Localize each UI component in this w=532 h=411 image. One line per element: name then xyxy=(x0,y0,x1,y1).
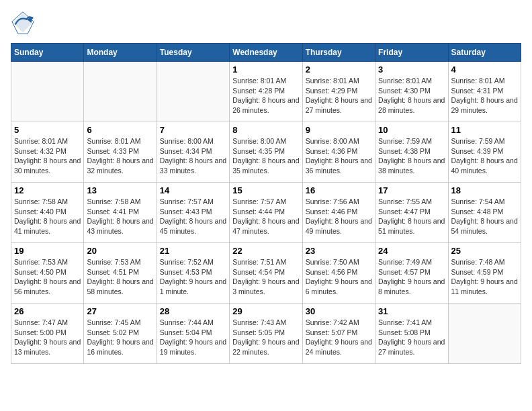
day-number: 16 xyxy=(306,185,372,195)
calendar-cell: 30Sunrise: 7:42 AM Sunset: 5:07 PM Dayli… xyxy=(302,304,375,364)
day-content: Sunrise: 7:56 AM Sunset: 4:46 PM Dayligh… xyxy=(306,197,372,236)
weekday-header-tuesday: Tuesday xyxy=(157,44,229,62)
day-number: 22 xyxy=(232,246,299,256)
day-content: Sunrise: 7:52 AM Sunset: 4:53 PM Dayligh… xyxy=(160,257,226,297)
weekday-header-monday: Monday xyxy=(84,44,157,62)
day-number: 17 xyxy=(378,185,445,195)
calendar-cell: 12Sunrise: 7:58 AM Sunset: 4:40 PM Dayli… xyxy=(11,183,84,243)
weekday-header-sunday: Sunday xyxy=(11,44,84,62)
weekday-header-thursday: Thursday xyxy=(302,44,375,62)
weekday-header-wednesday: Wednesday xyxy=(230,44,302,62)
calendar-week-4: 19Sunrise: 7:53 AM Sunset: 4:50 PM Dayli… xyxy=(11,243,521,304)
calendar-week-3: 12Sunrise: 7:58 AM Sunset: 4:40 PM Dayli… xyxy=(11,183,521,243)
day-number: 21 xyxy=(160,246,226,256)
day-content: Sunrise: 7:44 AM Sunset: 5:04 PM Dayligh… xyxy=(160,318,226,357)
day-number: 2 xyxy=(306,64,372,75)
day-content: Sunrise: 7:42 AM Sunset: 5:07 PM Dayligh… xyxy=(306,318,372,357)
calendar-cell: 26Sunrise: 7:47 AM Sunset: 5:00 PM Dayli… xyxy=(11,304,84,364)
calendar-cell: 7Sunrise: 8:00 AM Sunset: 4:34 PM Daylig… xyxy=(157,122,229,183)
day-number: 11 xyxy=(451,125,518,135)
day-content: Sunrise: 7:59 AM Sunset: 4:39 PM Dayligh… xyxy=(451,136,518,176)
calendar-cell: 14Sunrise: 7:57 AM Sunset: 4:43 PM Dayli… xyxy=(157,183,229,243)
calendar-cell: 1Sunrise: 8:01 AM Sunset: 4:28 PM Daylig… xyxy=(230,62,302,122)
day-content: Sunrise: 7:57 AM Sunset: 4:43 PM Dayligh… xyxy=(160,197,226,236)
day-number: 6 xyxy=(87,125,153,135)
calendar-cell: 23Sunrise: 7:50 AM Sunset: 4:56 PM Dayli… xyxy=(302,243,375,304)
day-number: 18 xyxy=(451,185,518,195)
calendar-cell xyxy=(157,62,229,122)
calendar-cell: 21Sunrise: 7:52 AM Sunset: 4:53 PM Dayli… xyxy=(157,243,229,304)
day-content: Sunrise: 7:58 AM Sunset: 4:40 PM Dayligh… xyxy=(14,197,81,236)
day-content: Sunrise: 7:55 AM Sunset: 4:47 PM Dayligh… xyxy=(378,197,445,236)
day-number: 24 xyxy=(378,246,445,256)
day-content: Sunrise: 7:54 AM Sunset: 4:48 PM Dayligh… xyxy=(451,197,518,236)
calendar-cell: 11Sunrise: 7:59 AM Sunset: 4:39 PM Dayli… xyxy=(448,122,521,183)
day-content: Sunrise: 7:58 AM Sunset: 4:41 PM Dayligh… xyxy=(87,197,153,236)
calendar-cell xyxy=(448,304,521,364)
day-content: Sunrise: 8:00 AM Sunset: 4:35 PM Dayligh… xyxy=(232,136,299,176)
day-number: 3 xyxy=(378,64,445,75)
day-content: Sunrise: 8:01 AM Sunset: 4:32 PM Dayligh… xyxy=(14,136,81,176)
calendar-cell xyxy=(11,62,84,122)
calendar-cell: 29Sunrise: 7:43 AM Sunset: 5:05 PM Dayli… xyxy=(230,304,302,364)
calendar-cell: 9Sunrise: 8:00 AM Sunset: 4:36 PM Daylig… xyxy=(302,122,375,183)
calendar-cell: 20Sunrise: 7:53 AM Sunset: 4:51 PM Dayli… xyxy=(84,243,157,304)
day-content: Sunrise: 7:59 AM Sunset: 4:38 PM Dayligh… xyxy=(378,136,445,176)
calendar-body: 1Sunrise: 8:01 AM Sunset: 4:28 PM Daylig… xyxy=(11,62,521,364)
day-content: Sunrise: 7:43 AM Sunset: 5:05 PM Dayligh… xyxy=(232,318,299,357)
calendar-cell: 13Sunrise: 7:58 AM Sunset: 4:41 PM Dayli… xyxy=(84,183,157,243)
calendar-cell: 28Sunrise: 7:44 AM Sunset: 5:04 PM Dayli… xyxy=(157,304,229,364)
day-number: 7 xyxy=(160,125,226,135)
day-content: Sunrise: 8:01 AM Sunset: 4:30 PM Dayligh… xyxy=(378,76,445,116)
day-content: Sunrise: 8:00 AM Sunset: 4:36 PM Dayligh… xyxy=(306,136,372,176)
day-number: 27 xyxy=(87,306,153,316)
day-content: Sunrise: 7:49 AM Sunset: 4:57 PM Dayligh… xyxy=(378,257,445,297)
day-number: 14 xyxy=(160,185,226,195)
day-number: 30 xyxy=(306,306,372,316)
day-number: 15 xyxy=(232,185,299,195)
weekday-header-friday: Friday xyxy=(375,44,448,62)
day-content: Sunrise: 7:53 AM Sunset: 4:51 PM Dayligh… xyxy=(87,257,153,297)
day-content: Sunrise: 7:48 AM Sunset: 4:59 PM Dayligh… xyxy=(451,257,518,297)
weekday-header-saturday: Saturday xyxy=(448,44,521,62)
calendar-cell: 27Sunrise: 7:45 AM Sunset: 5:02 PM Dayli… xyxy=(84,304,157,364)
day-content: Sunrise: 8:00 AM Sunset: 4:34 PM Dayligh… xyxy=(160,136,226,176)
day-number: 8 xyxy=(232,125,299,135)
day-content: Sunrise: 8:01 AM Sunset: 4:29 PM Dayligh… xyxy=(306,76,372,116)
calendar-header: SundayMondayTuesdayWednesdayThursdayFrid… xyxy=(11,44,521,62)
calendar-cell: 10Sunrise: 7:59 AM Sunset: 4:38 PM Dayli… xyxy=(375,122,448,183)
logo xyxy=(11,11,38,35)
logo-icon xyxy=(11,11,35,35)
weekday-header-row: SundayMondayTuesdayWednesdayThursdayFrid… xyxy=(11,44,521,62)
calendar-cell: 18Sunrise: 7:54 AM Sunset: 4:48 PM Dayli… xyxy=(448,183,521,243)
day-content: Sunrise: 7:57 AM Sunset: 4:44 PM Dayligh… xyxy=(232,197,299,236)
day-number: 19 xyxy=(14,246,81,256)
day-number: 1 xyxy=(232,64,299,75)
day-number: 25 xyxy=(451,246,518,256)
page-header xyxy=(11,11,521,35)
day-content: Sunrise: 7:50 AM Sunset: 4:56 PM Dayligh… xyxy=(306,257,372,297)
calendar-cell: 31Sunrise: 7:41 AM Sunset: 5:08 PM Dayli… xyxy=(375,304,448,364)
day-content: Sunrise: 7:41 AM Sunset: 5:08 PM Dayligh… xyxy=(378,318,445,357)
day-content: Sunrise: 7:45 AM Sunset: 5:02 PM Dayligh… xyxy=(87,318,153,357)
calendar-week-1: 1Sunrise: 8:01 AM Sunset: 4:28 PM Daylig… xyxy=(11,62,521,122)
calendar-cell: 3Sunrise: 8:01 AM Sunset: 4:30 PM Daylig… xyxy=(375,62,448,122)
calendar-cell: 16Sunrise: 7:56 AM Sunset: 4:46 PM Dayli… xyxy=(302,183,375,243)
day-content: Sunrise: 7:47 AM Sunset: 5:00 PM Dayligh… xyxy=(14,318,81,357)
day-content: Sunrise: 8:01 AM Sunset: 4:31 PM Dayligh… xyxy=(451,76,518,116)
calendar-cell: 17Sunrise: 7:55 AM Sunset: 4:47 PM Dayli… xyxy=(375,183,448,243)
day-number: 23 xyxy=(306,246,372,256)
day-content: Sunrise: 8:01 AM Sunset: 4:28 PM Dayligh… xyxy=(232,76,299,116)
calendar-cell: 8Sunrise: 8:00 AM Sunset: 4:35 PM Daylig… xyxy=(230,122,302,183)
day-number: 20 xyxy=(87,246,153,256)
calendar-cell: 2Sunrise: 8:01 AM Sunset: 4:29 PM Daylig… xyxy=(302,62,375,122)
calendar-table: SundayMondayTuesdayWednesdayThursdayFrid… xyxy=(11,43,521,364)
calendar-cell xyxy=(84,62,157,122)
day-content: Sunrise: 8:01 AM Sunset: 4:33 PM Dayligh… xyxy=(87,136,153,176)
calendar-cell: 24Sunrise: 7:49 AM Sunset: 4:57 PM Dayli… xyxy=(375,243,448,304)
day-number: 31 xyxy=(378,306,445,316)
calendar-cell: 19Sunrise: 7:53 AM Sunset: 4:50 PM Dayli… xyxy=(11,243,84,304)
calendar-cell: 6Sunrise: 8:01 AM Sunset: 4:33 PM Daylig… xyxy=(84,122,157,183)
day-number: 4 xyxy=(451,64,518,75)
day-number: 13 xyxy=(87,185,153,195)
